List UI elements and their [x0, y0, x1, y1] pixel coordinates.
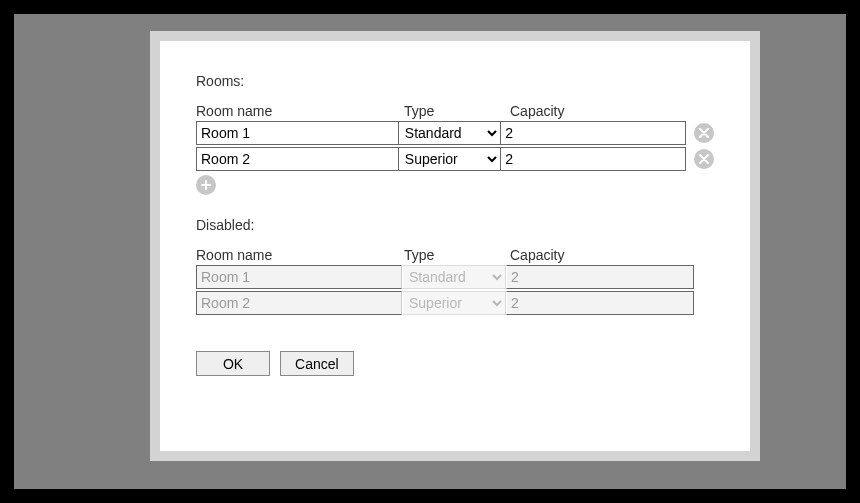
room-name-input[interactable]	[196, 147, 399, 171]
header-type: Type	[404, 103, 510, 119]
close-icon	[699, 154, 709, 164]
room-row: Standard Superior	[196, 147, 714, 171]
disabled-room-row: Standard Superior	[196, 265, 714, 289]
room-type-select: Standard Superior	[402, 291, 506, 315]
plus-icon	[201, 180, 211, 190]
room-capacity-input[interactable]	[501, 147, 686, 171]
add-row-button[interactable]	[196, 175, 216, 195]
dialog: Rooms: Room name Type Capacity Standard …	[160, 41, 750, 451]
room-type-select: Standard Superior	[402, 265, 506, 289]
disabled-room-row: Standard Superior	[196, 291, 714, 315]
close-icon	[699, 128, 709, 138]
room-name-input[interactable]	[196, 121, 399, 145]
delete-row-button[interactable]	[694, 123, 714, 143]
ok-button[interactable]: OK	[196, 351, 270, 376]
disabled-headers: Room name Type Capacity	[196, 247, 714, 263]
room-row: Standard Superior	[196, 121, 714, 145]
room-capacity-input	[506, 265, 694, 289]
cancel-button[interactable]: Cancel	[280, 351, 354, 376]
room-type-select[interactable]: Standard Superior	[399, 121, 501, 145]
header-room-name: Room name	[196, 247, 404, 263]
header-capacity: Capacity	[510, 103, 714, 119]
room-name-input	[196, 291, 402, 315]
header-type: Type	[404, 247, 510, 263]
dialog-outer: Rooms: Room name Type Capacity Standard …	[150, 31, 760, 461]
room-capacity-input	[506, 291, 694, 315]
add-row-wrap	[196, 175, 714, 195]
disabled-section-label: Disabled:	[196, 217, 714, 233]
rooms-section-label: Rooms:	[196, 73, 714, 89]
app-frame: Rooms: Room name Type Capacity Standard …	[14, 14, 846, 489]
header-room-name: Room name	[196, 103, 404, 119]
room-type-select[interactable]: Standard Superior	[399, 147, 501, 171]
rooms-headers: Room name Type Capacity	[196, 103, 714, 119]
room-capacity-input[interactable]	[501, 121, 686, 145]
delete-row-button[interactable]	[694, 149, 714, 169]
header-capacity: Capacity	[510, 247, 714, 263]
dialog-buttons: OK Cancel	[196, 351, 714, 376]
room-name-input	[196, 265, 402, 289]
